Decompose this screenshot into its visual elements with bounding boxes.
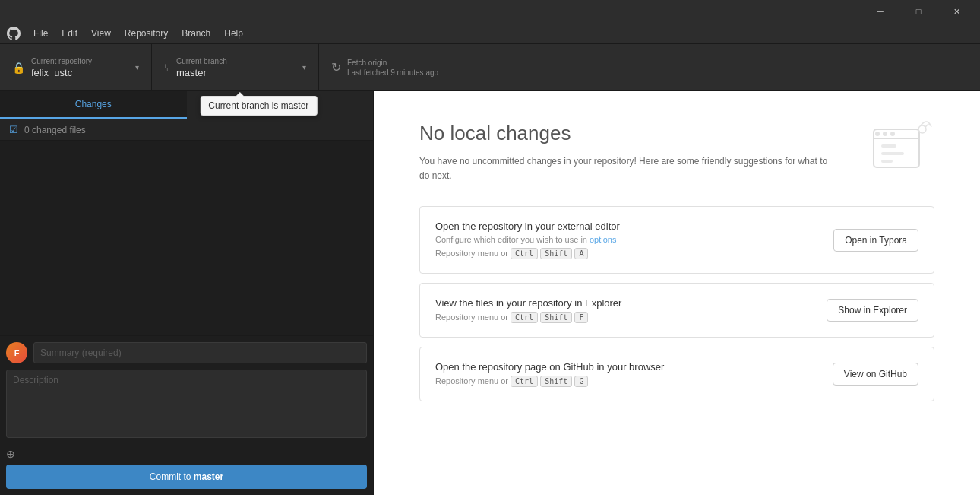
- action-card-editor-title: Open the repository in your external edi…: [435, 221, 818, 232]
- menu-bar: File Edit View Repository Branch Help: [0, 23, 980, 44]
- g-key: G: [574, 376, 588, 387]
- add-icon-row: ⊕: [6, 446, 367, 462]
- options-link[interactable]: options: [590, 235, 616, 244]
- commit-button[interactable]: Commit to master: [6, 465, 367, 489]
- menu-file[interactable]: File: [27, 26, 54, 41]
- sidebar-spacer: [0, 141, 373, 335]
- close-button[interactable]: ✕: [939, 0, 974, 23]
- action-card-github: Open the repository page on GitHub in yo…: [419, 347, 934, 401]
- action-card-explorer: View the files in your repository in Exp…: [419, 283, 934, 338]
- svg-rect-0: [874, 129, 919, 167]
- svg-rect-4: [881, 160, 893, 163]
- ctrl-key-3: Ctrl: [511, 376, 538, 387]
- current-repo-section[interactable]: 🔒 Current repository felix_ustc ▾: [0, 44, 152, 90]
- open-in-typora-button[interactable]: Open in Typora: [833, 229, 918, 252]
- current-branch-section[interactable]: ⑂ Current branch master ▾ Current branch…: [152, 44, 319, 90]
- action-card-explorer-title: View the files in your repository in Exp…: [435, 297, 811, 309]
- branch-label: Current branch: [176, 57, 296, 65]
- main-layout: Changes History ☑ 0 changed files F ⊕ Co…: [0, 91, 980, 495]
- no-changes-container: No local changes You have no uncommitted…: [374, 91, 980, 441]
- branch-icon: ⑂: [164, 62, 170, 74]
- fetch-origin-section[interactable]: ↻ Fetch origin Last fetched 9 minutes ag…: [319, 44, 494, 90]
- action-card-github-shortcut: Repository menu or Ctrl Shift G: [435, 376, 817, 387]
- shift-key: Shift: [540, 248, 572, 259]
- repo-label: Current repository: [31, 57, 129, 65]
- view-on-github-button[interactable]: View on GitHub: [833, 363, 918, 386]
- action-card-editor-shortcut: Repository menu or Ctrl Shift A: [435, 248, 818, 259]
- checkbox-icon[interactable]: ☑: [9, 124, 18, 135]
- menu-edit[interactable]: Edit: [55, 26, 84, 41]
- window-controls: ─ □ ✕: [863, 0, 974, 23]
- svg-point-7: [890, 132, 895, 136]
- repo-value: felix_ustc: [31, 67, 129, 78]
- ctrl-key-2: Ctrl: [511, 312, 538, 323]
- action-card-editor: Open the repository in your external edi…: [419, 206, 934, 274]
- no-changes-title: No local changes: [419, 122, 934, 145]
- tab-changes[interactable]: Changes: [0, 91, 187, 119]
- shift-key-3: Shift: [540, 376, 572, 387]
- menu-branch[interactable]: Branch: [175, 26, 217, 41]
- action-card-editor-left: Open the repository in your external edi…: [435, 221, 818, 259]
- menu-help[interactable]: Help: [218, 26, 249, 41]
- changed-files-count: 0 changed files: [24, 125, 86, 135]
- no-changes-desc: You have no uncommitted changes in your …: [419, 154, 837, 183]
- action-card-github-title: Open the repository page on GitHub in yo…: [435, 361, 817, 373]
- avatar: F: [6, 342, 27, 363]
- tabs: Changes History: [0, 91, 373, 119]
- summary-input[interactable]: [33, 342, 367, 363]
- f-key: F: [574, 312, 588, 323]
- commit-area: F ⊕ Commit to master: [0, 335, 373, 495]
- fetch-text: Fetch origin Last fetched 9 minutes ago: [347, 59, 482, 77]
- app-logo: [6, 26, 21, 41]
- commit-row: F: [6, 342, 367, 363]
- repo-text: Current repository felix_ustc: [31, 57, 129, 78]
- fetch-label: Fetch origin: [347, 59, 482, 67]
- action-card-editor-desc: Configure which editor you wish to use i…: [435, 235, 818, 244]
- action-card-explorer-shortcut: Repository menu or Ctrl Shift F: [435, 312, 811, 323]
- action-card-explorer-left: View the files in your repository in Exp…: [435, 297, 811, 323]
- minimize-button[interactable]: ─: [863, 0, 898, 23]
- a-key: A: [574, 248, 588, 259]
- svg-rect-2: [881, 144, 896, 148]
- sidebar: Changes History ☑ 0 changed files F ⊕ Co…: [0, 91, 374, 495]
- add-coauthor-icon[interactable]: ⊕: [6, 448, 15, 460]
- branch-text: Current branch master: [176, 57, 296, 78]
- branch-chevron: ▾: [302, 63, 306, 71]
- content-area: No local changes You have no uncommitted…: [374, 91, 980, 495]
- svg-point-6: [883, 132, 887, 136]
- lock-icon: 🔒: [12, 62, 25, 74]
- fetch-icon: ↻: [331, 60, 341, 75]
- menu-view[interactable]: View: [85, 26, 117, 41]
- show-in-explorer-button[interactable]: Show in Explorer: [827, 299, 918, 322]
- svg-point-5: [875, 132, 880, 136]
- ctrl-key: Ctrl: [511, 248, 538, 259]
- branch-value: master: [176, 67, 296, 78]
- branch-tooltip: Current branch is master: [200, 96, 317, 116]
- action-card-github-left: Open the repository page on GitHub in yo…: [435, 361, 817, 387]
- changed-files-bar: ☑ 0 changed files: [0, 119, 373, 141]
- shift-key-2: Shift: [540, 312, 572, 323]
- title-bar: ─ □ ✕: [0, 0, 980, 23]
- description-input[interactable]: [6, 370, 367, 438]
- menu-repository[interactable]: Repository: [119, 26, 174, 41]
- illustration: [866, 114, 934, 185]
- svg-point-8: [918, 125, 926, 133]
- toolbar: 🔒 Current repository felix_ustc ▾ ⑂ Curr…: [0, 44, 980, 91]
- fetch-sub: Last fetched 9 minutes ago: [347, 68, 482, 77]
- maximize-button[interactable]: □: [901, 0, 936, 23]
- repo-chevron: ▾: [135, 63, 139, 71]
- svg-rect-3: [881, 152, 904, 155]
